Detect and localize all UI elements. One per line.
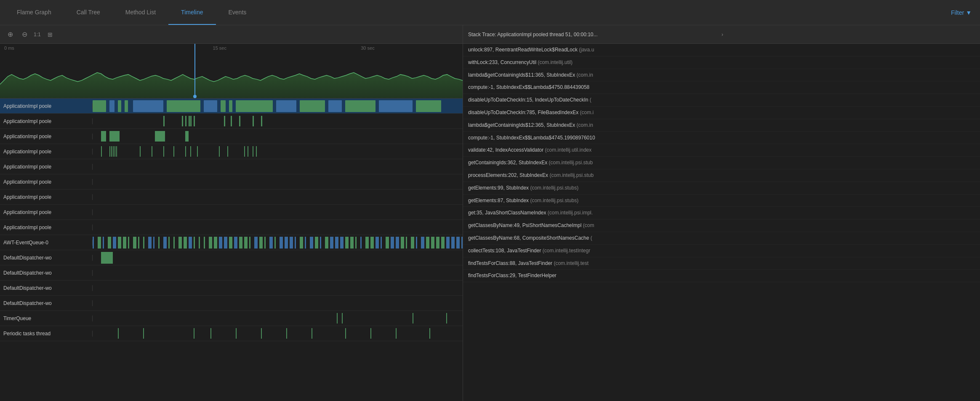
tab-call-tree[interactable]: Call Tree — [64, 0, 113, 25]
thread-timeline — [93, 114, 463, 128]
grid-button[interactable]: ⊞ — [45, 29, 55, 40]
thread-timeline — [93, 99, 463, 113]
stack-frame: withLock:233, ConcurrencyUtil (com.intel… — [463, 56, 980, 69]
thread-name: ApplicationImpl poole — [0, 149, 93, 155]
zoom-level: 1:1 — [34, 32, 41, 37]
filter-chevron-icon: ▼ — [966, 9, 972, 16]
stack-frame-class: ( — [591, 235, 592, 241]
thread-name: ApplicationImpl poole — [0, 225, 93, 230]
stack-trace-chevron-icon: › — [722, 32, 975, 37]
stack-trace-title: Stack Trace: ApplicationImpl pooled thre… — [468, 32, 722, 37]
thread-list[interactable]: ApplicationImpl pooleApplicationImpl poo… — [0, 99, 463, 401]
thread-timeline — [93, 296, 463, 310]
thread-timeline — [93, 311, 463, 326]
stack-frame-class: ( — [590, 97, 591, 103]
stack-frame-method: withLock:233, ConcurrencyUtil — [468, 59, 538, 65]
thread-name: ApplicationImpl poole — [0, 209, 93, 215]
stack-frame: getClassesByName:49, PsiShortNamesCacheI… — [463, 219, 980, 232]
stack-frame-class: (com.intellij.psi.stubs) — [530, 198, 578, 203]
thread-name: DefaultDispatcher-wo — [0, 300, 93, 306]
stack-frame: disableUpToDateCheckIn:785, FileBasedInd… — [463, 107, 980, 119]
tab-timeline[interactable]: Timeline — [168, 0, 216, 25]
thread-row[interactable]: ApplicationImpl poole — [0, 129, 463, 144]
stack-frame: getElements:87, StubIndex (com.intellij.… — [463, 195, 980, 207]
stack-frame-class: (com.intellij.test — [554, 260, 589, 266]
thread-name: DefaultDispatcher-wo — [0, 255, 93, 261]
time-marker-0: 0 ms — [4, 45, 14, 51]
toolbar: ⊕ ⊖ 1:1 ⊞ — [0, 25, 463, 44]
tab-events[interactable]: Events — [216, 0, 259, 25]
cpu-chart[interactable]: 0 ms 15 sec 30 sec CPU 48% 00:00:10 — [0, 44, 463, 99]
time-marker-15: 15 sec — [213, 45, 226, 51]
thread-row[interactable]: DefaultDispatcher-wo — [0, 296, 463, 311]
stack-frame: findTestsForClass:29, TestFinderHelper — [463, 270, 980, 282]
stack-frame-method: get:35, JavaShortClassNameIndex — [468, 210, 548, 216]
thread-name: AWT-EventQueue-0 — [0, 240, 93, 246]
stack-frame: get:35, JavaShortClassNameIndex (com.int… — [463, 207, 980, 219]
main-layout: ⊕ ⊖ 1:1 ⊞ 0 ms 15 sec 30 sec CPU 48% 00:… — [0, 25, 980, 401]
timeline-cursor-dot — [193, 95, 197, 98]
time-marker-30: 30 sec — [361, 45, 374, 51]
stack-frame-method: getElements:99, StubIndex — [468, 185, 530, 191]
stack-frame: getContainingIds:362, StubIndexEx (com.i… — [463, 157, 980, 169]
stack-trace-header[interactable]: Stack Trace: ApplicationImpl pooled thre… — [463, 25, 980, 44]
stack-frame-method: getClassesByName:68, CompositeShortNames… — [468, 235, 591, 241]
stack-frame-class: (com.intellij.psi.stub — [549, 172, 594, 178]
thread-row[interactable]: DefaultDispatcher-wo — [0, 250, 463, 265]
zoom-in-button[interactable]: ⊕ — [5, 29, 15, 40]
stack-frame-method: validate:42, IndexAccessValidator — [468, 147, 545, 153]
thread-row[interactable]: TimerQueue — [0, 311, 463, 326]
stack-frame-method: processElements:202, StubIndexEx — [468, 172, 549, 178]
thread-row[interactable]: ApplicationImpl poole — [0, 99, 463, 114]
thread-row[interactable]: ApplicationImpl poole — [0, 190, 463, 205]
thread-timeline — [93, 326, 463, 341]
stack-frame-method: getElements:87, StubIndex — [468, 198, 530, 203]
stack-frame-class: (com.intellij.util.index — [545, 147, 592, 153]
thread-timeline — [93, 235, 463, 250]
profiler-window: Flame Graph Call Tree Method List Timeli… — [0, 0, 980, 401]
stack-frame: getClassesByName:68, CompositeShortNames… — [463, 232, 980, 245]
zoom-out-button[interactable]: ⊖ — [19, 29, 29, 40]
tab-flame-graph[interactable]: Flame Graph — [4, 0, 64, 25]
stack-frame-class: (com — [583, 222, 594, 228]
stack-frame: disableUpToDateCheckIn:15, IndexUpToDate… — [463, 94, 980, 107]
thread-row[interactable]: ApplicationImpl poole — [0, 144, 463, 159]
stack-frame-class: (com.i — [580, 110, 594, 115]
thread-row[interactable]: ApplicationImpl poole — [0, 114, 463, 129]
thread-row[interactable]: ApplicationImpl poole — [0, 174, 463, 190]
thread-name: ApplicationImpl poole — [0, 118, 93, 124]
cpu-chart-canvas — [0, 52, 463, 98]
stack-frame-method: disableUpToDateCheckIn:785, FileBasedInd… — [468, 110, 580, 115]
stack-frame-class: (com.intellij.psi.stub — [549, 160, 593, 166]
timeline-cursor — [194, 44, 195, 98]
stack-frames-container: unlock:897, ReentrantReadWriteLock$ReadL… — [463, 44, 980, 282]
stack-frame: lambda$getContainingIds$12:365, StubInde… — [463, 119, 980, 132]
stack-frame-class: (com.intellij.psi.stubs) — [530, 185, 578, 191]
time-markers: 0 ms 15 sec 30 sec — [0, 44, 463, 52]
stack-frame-class: (com.in — [577, 72, 593, 78]
thread-timeline — [93, 265, 463, 280]
thread-row[interactable]: AWT-EventQueue-0 — [0, 235, 463, 250]
thread-row[interactable]: ApplicationImpl poole — [0, 159, 463, 174]
stack-frame-method: getContainingIds:362, StubIndexEx — [468, 160, 549, 166]
thread-row[interactable]: DefaultDispatcher-wo — [0, 281, 463, 296]
thread-row[interactable]: ApplicationImpl poole — [0, 220, 463, 235]
thread-name: TimerQueue — [0, 315, 93, 321]
stack-frame: findTestsForClass:88, JavaTestFinder (co… — [463, 257, 980, 270]
thread-row[interactable]: Periodic tasks thread — [0, 326, 463, 341]
thread-timeline — [93, 159, 463, 174]
thread-name: Periodic tasks thread — [0, 331, 93, 337]
stack-frame: unlock:897, ReentrantReadWriteLock$ReadL… — [463, 44, 980, 56]
thread-name: DefaultDispatcher-wo — [0, 270, 93, 276]
thread-row[interactable]: DefaultDispatcher-wo — [0, 265, 463, 281]
right-panel: Stack Trace: ApplicationImpl pooled thre… — [463, 25, 980, 401]
filter-button[interactable]: Filter ▼ — [951, 9, 972, 16]
stack-frame: collectTests:108, JavaTestFinder (com.in… — [463, 245, 980, 257]
thread-timeline — [93, 250, 463, 265]
tab-method-list[interactable]: Method List — [113, 0, 168, 25]
stack-frame-method: findTestsForClass:29, TestFinderHelper — [468, 273, 557, 278]
stack-frame-class: (com.intellij.testIntegr — [543, 248, 590, 254]
thread-row[interactable]: ApplicationImpl poole — [0, 205, 463, 220]
stack-frame-class: (java.u — [579, 47, 594, 53]
stack-frame-method: compute:-1, StubIndexEx$$Lambda$4745.199… — [468, 135, 595, 141]
